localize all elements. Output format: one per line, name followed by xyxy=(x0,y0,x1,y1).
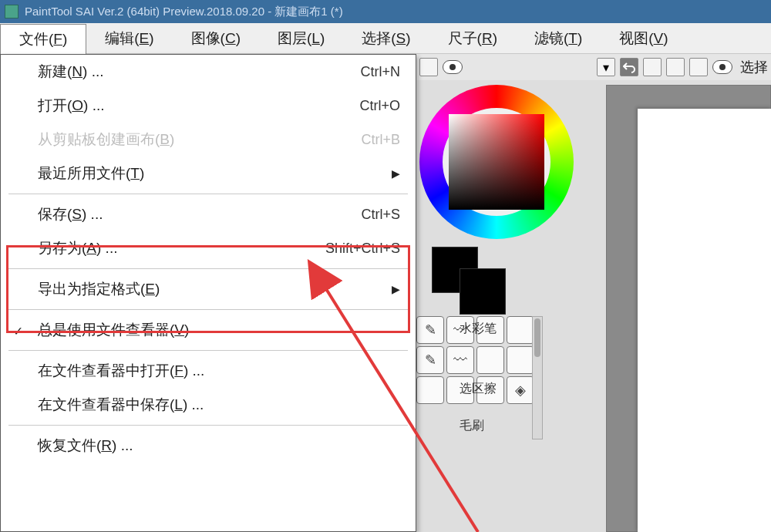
tool-button[interactable]: ✎ xyxy=(416,346,444,374)
menu-item-export[interactable]: 导出为指定格式(E) ▶ xyxy=(1,272,416,306)
sv-square[interactable] xyxy=(449,114,544,210)
shortcut: Ctrl+S xyxy=(361,207,400,223)
shortcut: Ctrl+N xyxy=(360,64,400,80)
tool-label: 选区擦 xyxy=(460,381,497,397)
toolbar-btn[interactable] xyxy=(643,58,662,76)
tool-button[interactable]: 〰 xyxy=(446,346,474,374)
visibility-icon[interactable] xyxy=(443,60,463,74)
toolbar-dropdown[interactable]: ▾ xyxy=(597,58,615,76)
menu-separator xyxy=(8,268,408,269)
canvas-page[interactable] xyxy=(638,109,771,532)
toolbar-btn[interactable] xyxy=(689,58,708,76)
top-toolbar: ▾ 选择 xyxy=(416,54,771,80)
canvas-viewport[interactable] xyxy=(606,85,771,532)
menu-image[interactable]: 图像(C) xyxy=(173,24,259,53)
app-icon xyxy=(5,5,19,19)
shortcut: Ctrl+B xyxy=(361,132,400,148)
background-swatch[interactable] xyxy=(460,268,506,315)
window-title: PaintTool SAI Ver.2 (64bit) Preview.2018… xyxy=(25,5,343,19)
tool-label: 毛刷 xyxy=(460,418,484,434)
right-panel: ▾ 选择 ✎ 〰 ✎ 〰 xyxy=(416,54,771,532)
menu-separator xyxy=(8,350,408,351)
menu-item-recent[interactable]: 最近所用文件(T) ▶ xyxy=(1,157,416,190)
menu-item-from-clipboard: 从剪贴板创建画布(B) Ctrl+B xyxy=(1,123,416,157)
tool-button[interactable]: ◈ xyxy=(507,376,534,404)
menu-item-always-viewer[interactable]: ✓ 总是使用文件查看器(V) xyxy=(1,313,416,347)
menu-item-open-in-viewer[interactable]: 在文件查看器中打开(F) ... xyxy=(1,354,416,388)
menu-separator xyxy=(8,194,408,194)
menu-select[interactable]: 选择(S) xyxy=(343,24,429,53)
workspace: ▾ 选择 ✎ 〰 ✎ 〰 xyxy=(0,54,771,532)
shortcut: Ctrl+O xyxy=(359,98,400,114)
menu-separator xyxy=(8,425,408,426)
tool-button[interactable] xyxy=(416,376,444,404)
tool-button[interactable]: ✎ xyxy=(416,316,444,344)
tool-button[interactable] xyxy=(507,316,534,344)
menu-item-save[interactable]: 保存(S) ... Ctrl+S xyxy=(1,197,416,231)
menu-separator xyxy=(8,309,408,310)
menu-layer[interactable]: 图层(L) xyxy=(259,24,343,53)
menu-edit[interactable]: 编辑(E) xyxy=(86,24,172,53)
menu-ruler[interactable]: 尺子(R) xyxy=(429,24,516,53)
tool-button[interactable] xyxy=(507,346,534,374)
submenu-arrow-icon: ▶ xyxy=(392,167,400,180)
shortcut: Shift+Ctrl+S xyxy=(325,241,400,257)
menu-view[interactable]: 视图(V) xyxy=(601,24,686,53)
undo-button[interactable] xyxy=(620,58,638,76)
visibility-icon[interactable] xyxy=(712,60,732,74)
menu-item-save-as[interactable]: 另存为(A) ... Shift+Ctrl+S xyxy=(1,231,416,265)
tool-button[interactable] xyxy=(476,346,504,374)
submenu-arrow-icon: ▶ xyxy=(392,283,400,295)
menu-bar: 文件(F) 编辑(E) 图像(C) 图层(L) 选择(S) 尺子(R) 滤镜(T… xyxy=(0,23,771,54)
menu-item-revert[interactable]: 恢复文件(R) ... xyxy=(1,429,416,463)
scrollbar-thumb[interactable] xyxy=(534,318,540,357)
title-bar: PaintTool SAI Ver.2 (64bit) Preview.2018… xyxy=(0,0,771,23)
menu-item-open[interactable]: 打开(O) ... Ctrl+O xyxy=(1,89,416,123)
menu-filter[interactable]: 滤镜(T) xyxy=(516,24,601,53)
color-wheel[interactable] xyxy=(419,85,574,239)
toolbar-btn[interactable] xyxy=(419,58,438,76)
check-icon: ✓ xyxy=(13,324,23,338)
select-label: 选择 xyxy=(740,58,768,76)
tool-scrollbar[interactable] xyxy=(532,316,543,439)
tool-label: 水彩笔 xyxy=(460,321,497,337)
menu-item-save-in-viewer[interactable]: 在文件查看器中保存(L) ... xyxy=(1,388,416,422)
toolbar-btn[interactable] xyxy=(666,58,685,76)
menu-item-new[interactable]: 新建(N) ... Ctrl+N xyxy=(1,55,416,89)
undo-icon xyxy=(623,61,635,73)
file-menu-dropdown: 新建(N) ... Ctrl+N 打开(O) ... Ctrl+O 从剪贴板创建… xyxy=(0,54,416,532)
menu-file[interactable]: 文件(F) xyxy=(0,24,86,55)
